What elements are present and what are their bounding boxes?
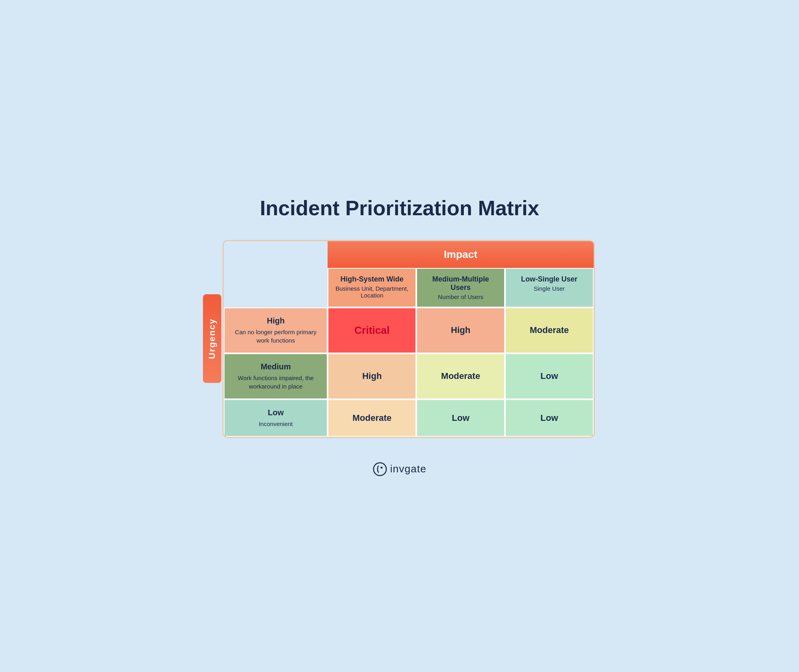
cell-low-row3-col2-text: Low (452, 413, 469, 423)
impact-header: Impact (328, 241, 594, 268)
urgency-label: Urgency (203, 294, 221, 383)
col-header-1-title: High-System Wide (333, 275, 411, 283)
cell-moderate-row3-col1-text: Moderate (352, 413, 392, 423)
cell-high-row2-col1: High (328, 353, 416, 399)
row-label-medium-sub: Work functions impaired, the workaround … (231, 374, 320, 391)
matrix-table: Impact High-System Wide Business Unit, D… (223, 240, 595, 438)
cell-high-row1-col2-text: High (451, 325, 471, 335)
col-header-1-sub: Business Unit, Department, Location (333, 285, 411, 299)
cell-moderate-row1-col3-text: Moderate (530, 325, 569, 335)
page-title: Incident Prioritization Matrix (260, 196, 539, 220)
cell-moderate-row2-col2: Moderate (416, 353, 505, 399)
cell-critical-text: Critical (354, 324, 390, 337)
cell-high-row1-col2: High (416, 307, 505, 353)
data-row-high: High Can no longer perform primary work … (224, 307, 594, 353)
col-header-3: Low-Single User Single User (505, 268, 594, 307)
cell-high-row2-col1-text: High (362, 371, 382, 381)
impact-header-row: Impact (224, 241, 594, 268)
row-label-high-sub: Can no longer perform primary work funct… (231, 328, 320, 345)
urgency-label-container: Urgency (204, 240, 220, 438)
cell-low-row2-col3: Low (505, 353, 594, 399)
row-label-high-title: High (267, 316, 284, 325)
cell-moderate-row1-col3: Moderate (505, 307, 594, 353)
row-label-high: High Can no longer perform primary work … (224, 307, 328, 353)
col-header-2: Medium-Multiple Users Number of Users (416, 268, 505, 307)
col-header-3-title: Low-Single User (511, 275, 588, 283)
row-label-header-spacer (224, 268, 328, 307)
cell-low-row3-col2: Low (416, 399, 505, 437)
row-label-low-title: Low (268, 408, 284, 417)
invgate-logo: invgate (373, 462, 427, 476)
col-headers-row: High-System Wide Business Unit, Departme… (224, 268, 594, 307)
svg-point-1 (380, 466, 382, 468)
cell-moderate-row3-col1: Moderate (328, 399, 416, 437)
col-header-2-sub: Number of Users (422, 293, 499, 300)
row-label-medium-title: Medium (260, 362, 291, 371)
col-header-1: High-System Wide Business Unit, Departme… (328, 268, 416, 307)
cell-low-row3-col3-text: Low (541, 413, 558, 423)
data-rows: High Can no longer perform primary work … (224, 307, 594, 437)
matrix-table-area: Impact High-System Wide Business Unit, D… (223, 240, 595, 438)
invgate-brand-text: invgate (390, 463, 427, 475)
cell-low-row2-col3-text: Low (541, 371, 558, 381)
col-header-2-title: Medium-Multiple Users (422, 275, 499, 292)
cell-low-row3-col3: Low (505, 399, 594, 437)
cell-moderate-row2-col2-text: Moderate (441, 371, 480, 381)
footer: invgate (373, 462, 427, 476)
data-row-medium: Medium Work functions impaired, the work… (224, 353, 594, 399)
row-label-low-sub: Inconvenient (259, 420, 293, 428)
invgate-icon (373, 462, 387, 476)
row-label-medium: Medium Work functions impaired, the work… (224, 353, 328, 399)
svg-point-0 (374, 463, 386, 476)
data-row-low: Low Inconvenient Moderate Low Low (224, 399, 594, 437)
cell-critical: Critical (328, 307, 416, 353)
col-header-3-sub: Single User (511, 285, 588, 292)
matrix-wrapper: Urgency Impact High-System Wide Business… (204, 240, 595, 438)
row-label-low: Low Inconvenient (224, 399, 328, 437)
impact-spacer (224, 241, 328, 268)
